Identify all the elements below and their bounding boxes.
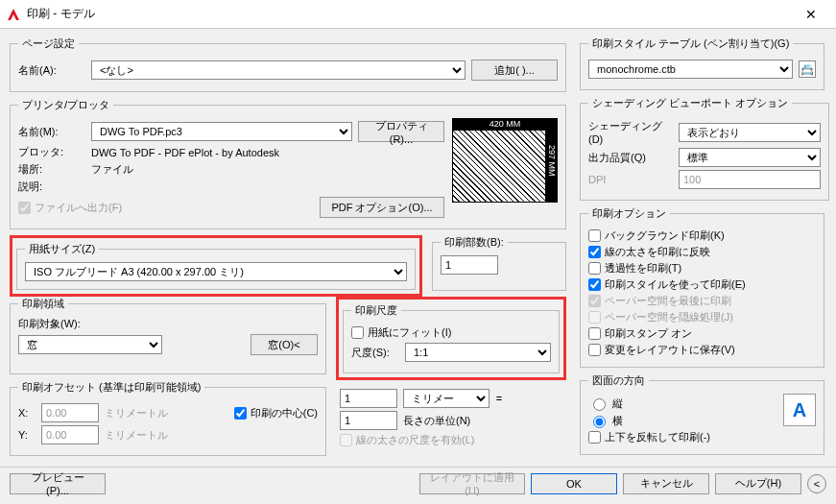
help-button[interactable]: ヘルプ(H) — [715, 473, 801, 494]
opt-lw[interactable]: 線の太さを印刷に反映 — [588, 245, 816, 259]
shade-legend: シェーディング ビューポート オプション — [588, 96, 792, 110]
paper-size-group: 用紙サイズ(Z) ISO フルブリード A3 (420.00 x 297.00 … — [16, 242, 416, 290]
shading-label: シェーディング(D) — [588, 119, 673, 145]
scale-highlight: 印刷尺度 用紙にフィット(I) 尺度(S): 1:1 — [336, 297, 566, 380]
x-unit: ミリメートル — [105, 406, 168, 420]
scale-unit2: 長さの単位(N) — [403, 414, 470, 428]
opt-stamp[interactable]: 印刷スタンプ オン — [588, 326, 816, 341]
copies-group: 印刷部数(B): — [432, 235, 566, 291]
preview-button[interactable]: プレビュー(P)... — [10, 473, 106, 494]
printer-legend: プリンタ/プロッタ — [18, 98, 113, 112]
to-file-checkbox — [18, 202, 31, 214]
preview-height: 297 MM — [545, 119, 558, 202]
scale-lw-check: 線の太さの尺度を有効(L) — [340, 433, 562, 447]
opt-hide: ペーパー空間を隠線処理(J) — [588, 310, 816, 324]
opt-ps[interactable]: 印刷スタイルを使って印刷(E) — [588, 277, 816, 292]
printer-name-select[interactable]: DWG To PDF.pc3 — [91, 122, 352, 141]
scale-legend: 印刷尺度 — [351, 303, 401, 318]
scale-num2-input[interactable] — [340, 411, 397, 430]
center-check[interactable]: 印刷の中心(C) — [234, 406, 318, 420]
to-file-check: ファイルへ出力(F) — [18, 201, 122, 215]
dpi-input — [679, 170, 821, 189]
quality-label: 出力品質(Q) — [588, 151, 673, 165]
copies-input[interactable] — [441, 255, 498, 275]
printer-name-label: 名前(M): — [18, 125, 85, 139]
scale-unit-select[interactable]: ミリメートル — [403, 389, 490, 408]
scale-select[interactable]: 1:1 — [405, 343, 551, 362]
printer-group: プリンタ/プロッタ 名前(M): DWG To PDF.pc3 プロパティ(R)… — [10, 98, 566, 229]
paper-size-highlight: 用紙サイズ(Z) ISO フルブリード A3 (420.00 x 297.00 … — [10, 235, 422, 297]
opt-bg[interactable]: バックグラウンド印刷(K) — [588, 228, 816, 243]
plot-area-group: 印刷領域 印刷対象(W): 窓 窓(O)< — [10, 297, 326, 374]
bottom-bar: プレビュー(P)... レイアウトに適用(U) OK キャンセル ヘルプ(H) … — [0, 467, 836, 499]
y-label: Y: — [18, 429, 36, 441]
fit-to-paper-check[interactable]: 用紙にフィット(I) — [351, 325, 551, 340]
print-options-group: 印刷オプション バックグラウンド印刷(K) 線の太さを印刷に反映 透過性を印刷(… — [580, 206, 824, 368]
plotter-value: DWG To PDF - PDF ePlot - by Autodesk — [91, 147, 279, 158]
paper-preview: 420 MM 297 MM — [452, 118, 558, 203]
page-name-select[interactable]: <なし> — [91, 60, 466, 80]
titlebar: 印刷 - モデル ✕ — [0, 0, 836, 29]
print-options-legend: 印刷オプション — [588, 206, 670, 221]
offset-legend: 印刷オフセット (基準は印刷可能領域) — [18, 380, 204, 395]
cancel-button[interactable]: キャンセル — [623, 473, 709, 494]
upside-check[interactable]: 上下を反転して印刷(-) — [588, 430, 777, 444]
plot-style-group: 印刷スタイル テーブル (ペン割り当て)(G) monochrome.ctb 📇 — [580, 36, 824, 90]
shading-select[interactable]: 表示どおり — [679, 123, 821, 142]
dpi-label: DPI — [588, 174, 673, 185]
window-title: 印刷 - モデル — [27, 6, 792, 22]
portrait-radio[interactable]: 縦 — [588, 396, 777, 411]
x-input — [41, 403, 99, 422]
plot-style-edit-icon[interactable]: 📇 — [799, 60, 816, 78]
offset-group: 印刷オフセット (基準は印刷可能領域) X: ミリメートル 印刷の中心(C) Y… — [10, 380, 326, 456]
close-button[interactable]: ✕ — [792, 0, 830, 29]
plotter-label: プロッタ: — [18, 145, 85, 159]
where-value: ファイル — [91, 162, 133, 177]
scale-lw-checkbox — [340, 434, 352, 446]
apply-layout-button: レイアウトに適用(U) — [419, 473, 525, 494]
properties-button[interactable]: プロパティ(R)... — [358, 121, 444, 142]
orientation-icon: A — [783, 394, 816, 426]
plot-area-legend: 印刷領域 — [18, 297, 68, 311]
page-setup-group: ページ設定 名前(A): <なし> 追加( )... — [10, 36, 566, 92]
landscape-radio[interactable]: 横 — [588, 413, 777, 428]
scale-num1-input[interactable] — [340, 389, 397, 408]
plot-target-label: 印刷対象(W): — [18, 317, 318, 331]
opt-save[interactable]: 変更をレイアウトに保存(V) — [588, 343, 816, 357]
shade-group: シェーディング ビューポート オプション シェーディング(D)表示どおり 出力品… — [580, 96, 829, 201]
where-label: 場所: — [18, 162, 85, 177]
expand-button[interactable]: < — [807, 474, 826, 493]
preview-width: 420 MM — [453, 118, 557, 131]
window-button[interactable]: 窓(O)< — [251, 334, 318, 355]
pdf-options-button[interactable]: PDF オプション(O)... — [320, 197, 444, 218]
scale-group: 印刷尺度 用紙にフィット(I) 尺度(S): 1:1 — [343, 303, 560, 373]
fit-checkbox[interactable] — [351, 326, 364, 339]
desc-label: 説明: — [18, 180, 85, 194]
orientation-legend: 図面の方向 — [588, 373, 649, 388]
copies-legend: 印刷部数(B): — [441, 235, 508, 250]
plot-style-select[interactable]: monochrome.ctb — [588, 60, 793, 79]
app-icon — [6, 7, 21, 22]
opt-last: ペーパー空間を最後に印刷 — [588, 294, 816, 308]
plot-style-legend: 印刷スタイル テーブル (ペン割り当て)(G) — [588, 36, 793, 51]
scale-eq: = — [495, 393, 503, 404]
paper-size-select[interactable]: ISO フルブリード A3 (420.00 x 297.00 ミリ) — [25, 262, 407, 281]
add-button[interactable]: 追加( )... — [471, 60, 558, 81]
ok-button[interactable]: OK — [531, 473, 617, 494]
scale-label: 尺度(S): — [351, 346, 399, 360]
plot-target-select[interactable]: 窓 — [18, 335, 162, 354]
quality-select[interactable]: 標準 — [679, 148, 821, 167]
paper-size-legend: 用紙サイズ(Z) — [25, 242, 99, 256]
page-setup-legend: ページ設定 — [18, 36, 79, 51]
x-label: X: — [18, 407, 36, 419]
opt-trans[interactable]: 透過性を印刷(T) — [588, 261, 816, 276]
center-checkbox[interactable] — [234, 407, 247, 420]
y-input — [41, 425, 99, 444]
page-name-label: 名前(A): — [18, 63, 85, 78]
orientation-group: 図面の方向 縦 横 上下を反転して印刷(-) A — [580, 373, 824, 455]
y-unit: ミリメートル — [105, 428, 168, 443]
